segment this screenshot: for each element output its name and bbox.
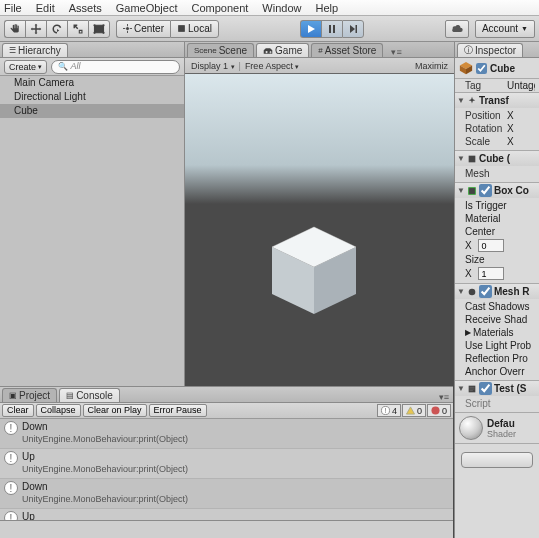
- console-log-row[interactable]: ! DownUnityEngine.MonoBehaviour:print(Ob…: [0, 419, 453, 449]
- tool-group-transform: [4, 20, 110, 38]
- bottom-panel: ▣Project ▤Console ▾≡ Clear Collapse Clea…: [0, 386, 453, 538]
- rotate-tool-button[interactable]: [46, 20, 67, 38]
- move-tool-button[interactable]: [25, 20, 46, 38]
- svg-text:!: !: [385, 407, 387, 414]
- svg-rect-0: [95, 25, 104, 33]
- play-button[interactable]: [300, 20, 321, 38]
- console-error-count[interactable]: 0: [427, 404, 451, 417]
- console-log-row[interactable]: ! UpUnityEngine.MonoBehaviour:print(Obje…: [0, 509, 453, 520]
- info-icon: !: [4, 451, 18, 465]
- svg-text:!: !: [10, 513, 13, 520]
- gameobject-name-field[interactable]: Cube: [490, 63, 515, 74]
- cube-icon: [459, 61, 473, 75]
- svg-point-1: [93, 24, 95, 26]
- menu-help[interactable]: Help: [315, 2, 338, 14]
- status-bar: [0, 520, 453, 538]
- pivot-local-button[interactable]: Local: [170, 20, 219, 38]
- tab-scene[interactable]: Scene Scene: [187, 43, 254, 57]
- console-clear-button[interactable]: Clear: [2, 404, 34, 417]
- menu-file[interactable]: File: [4, 2, 22, 14]
- pivot-center-button[interactable]: Center: [116, 20, 170, 38]
- pause-button[interactable]: [321, 20, 342, 38]
- console-log-list: ! DownUnityEngine.MonoBehaviour:print(Ob…: [0, 419, 453, 520]
- svg-text:!: !: [10, 453, 13, 464]
- info-icon: !: [4, 511, 18, 520]
- hierarchy-row[interactable]: Cube: [0, 104, 184, 118]
- svg-rect-7: [333, 25, 335, 33]
- box-collider-enabled-checkbox[interactable]: [479, 184, 492, 197]
- collider-size-x-input[interactable]: [478, 267, 504, 280]
- tab-hierarchy[interactable]: ☰ Hierarchy: [2, 43, 68, 57]
- hierarchy-create-button[interactable]: Create▾: [4, 60, 47, 74]
- panel-menu-icon[interactable]: ▾≡: [387, 47, 405, 57]
- game-maximize-toggle[interactable]: Maximiz: [413, 61, 450, 71]
- component-box-collider: ▼Box Co Is Trigger Material Center X Siz…: [455, 182, 539, 283]
- tag-dropdown[interactable]: Untagg: [507, 80, 535, 91]
- pivot-group: Center Local: [116, 20, 219, 38]
- svg-rect-17: [469, 187, 476, 194]
- tab-project[interactable]: ▣Project: [2, 388, 57, 402]
- gameobject-active-checkbox[interactable]: [476, 63, 487, 74]
- account-button[interactable]: Account ▼: [475, 20, 535, 38]
- cloud-button[interactable]: [445, 20, 469, 38]
- hierarchy-row[interactable]: Directional Light: [0, 90, 184, 104]
- tab-asset-store[interactable]: #Asset Store: [311, 43, 383, 57]
- add-component-button[interactable]: [461, 452, 533, 468]
- svg-point-2: [102, 24, 104, 26]
- game-aspect-dropdown[interactable]: Free Aspect ▾: [243, 61, 302, 71]
- material-sphere-icon: [459, 416, 483, 440]
- menu-assets[interactable]: Assets: [69, 2, 102, 14]
- console-clear-on-play-button[interactable]: Clear on Play: [83, 404, 147, 417]
- hierarchy-search-input[interactable]: 🔍 All: [51, 60, 180, 74]
- console-info-count[interactable]: !4: [377, 404, 401, 417]
- tab-inspector[interactable]: ⓘ Inspector: [457, 43, 523, 57]
- svg-rect-6: [329, 25, 331, 33]
- component-mesh-filter: ▼Cube ( Mesh: [455, 150, 539, 182]
- svg-text:!: !: [10, 423, 13, 434]
- console-log-row[interactable]: ! UpUnityEngine.MonoBehaviour:print(Obje…: [0, 449, 453, 479]
- console-warn-count[interactable]: 0: [402, 404, 426, 417]
- info-icon: !: [4, 481, 18, 495]
- menu-window[interactable]: Window: [262, 2, 301, 14]
- hierarchy-list: Main Camera Directional Light Cube: [0, 76, 184, 385]
- menu-gameobject[interactable]: GameObject: [116, 2, 178, 14]
- svg-rect-8: [355, 25, 357, 33]
- toolbar: Center Local Account ▼: [0, 16, 539, 42]
- rendered-cube: [264, 219, 364, 319]
- play-controls: [300, 20, 364, 38]
- game-display-dropdown[interactable]: Display 1 ▾: [189, 61, 237, 71]
- svg-rect-16: [469, 155, 476, 162]
- tab-game[interactable]: Game: [256, 43, 309, 57]
- rect-tool-button[interactable]: [88, 20, 110, 38]
- panel-menu-icon[interactable]: ▾≡: [435, 392, 453, 402]
- svg-text:!: !: [10, 483, 13, 494]
- svg-marker-22: [406, 407, 414, 414]
- menu-edit[interactable]: Edit: [36, 2, 55, 14]
- svg-point-4: [102, 31, 104, 33]
- hand-tool-button[interactable]: [4, 20, 25, 38]
- scale-tool-button[interactable]: [67, 20, 88, 38]
- material-preview: Defau Shader: [455, 412, 539, 443]
- hierarchy-row[interactable]: Main Camera: [0, 76, 184, 90]
- svg-point-18: [469, 288, 476, 295]
- mesh-renderer-enabled-checkbox[interactable]: [479, 285, 492, 298]
- component-script: ▼Test (S Script: [455, 380, 539, 412]
- component-mesh-renderer: ▼Mesh R Cast Shadows Receive Shad ▶Mater…: [455, 283, 539, 380]
- svg-point-5: [126, 27, 129, 30]
- menu-component[interactable]: Component: [191, 2, 248, 14]
- collider-center-x-input[interactable]: [478, 239, 504, 252]
- info-icon: !: [4, 421, 18, 435]
- console-log-row[interactable]: ! DownUnityEngine.MonoBehaviour:print(Ob…: [0, 479, 453, 509]
- svg-point-3: [93, 31, 95, 33]
- hierarchy-panel: ☰ Hierarchy Create▾ 🔍 All Main Camera Di…: [0, 42, 184, 385]
- component-transform: ▼Transf PositionX RotationX ScaleX: [455, 92, 539, 150]
- tab-console[interactable]: ▤Console: [59, 388, 120, 402]
- step-button[interactable]: [342, 20, 364, 38]
- svg-point-23: [431, 406, 439, 414]
- script-enabled-checkbox[interactable]: [479, 382, 492, 395]
- console-collapse-button[interactable]: Collapse: [36, 404, 81, 417]
- console-error-pause-button[interactable]: Error Pause: [149, 404, 207, 417]
- inspector-panel: ⓘ Inspector Cube Tag Untagg ▼Transf Posi…: [454, 42, 539, 538]
- menu-bar: File Edit Assets GameObject Component Wi…: [0, 0, 539, 16]
